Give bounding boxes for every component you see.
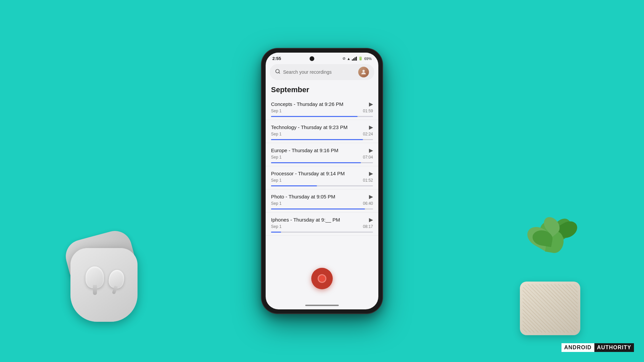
search-placeholder: Search your recordings bbox=[283, 69, 358, 75]
search-bar[interactable]: Search your recordings bbox=[270, 64, 374, 80]
record-dot bbox=[318, 274, 326, 283]
play-button[interactable]: ▶ bbox=[369, 101, 373, 107]
recording-header: Photo - Thursday at 9:05 PM ▶ bbox=[271, 193, 373, 200]
play-button[interactable]: ▶ bbox=[369, 170, 373, 177]
recording-meta: Sep 1 06:40 bbox=[271, 201, 373, 206]
recording-duration: 07:04 bbox=[363, 155, 373, 160]
progress-bar-fill bbox=[271, 162, 361, 163]
recording-duration: 08:17 bbox=[363, 224, 373, 229]
progress-bar-fill bbox=[271, 208, 365, 209]
recording-meta: Sep 1 01:59 bbox=[271, 109, 373, 113]
signal-bar-2 bbox=[353, 58, 354, 61]
recording-date: Sep 1 bbox=[271, 178, 281, 183]
camera-notch bbox=[310, 56, 314, 61]
signal-bar-1 bbox=[352, 59, 353, 61]
recording-item[interactable]: Technology - Thursday at 9:23 PM ▶ Sep 1… bbox=[266, 120, 378, 143]
watermark-android: ANDROID bbox=[561, 343, 594, 352]
recording-date: Sep 1 bbox=[271, 132, 281, 136]
recording-title: Iphones - Thursday at 9:__ PM bbox=[271, 217, 340, 223]
recording-title: Technology - Thursday at 9:23 PM bbox=[271, 124, 347, 130]
recording-date: Sep 1 bbox=[271, 224, 281, 229]
recording-meta: Sep 1 08:17 bbox=[271, 224, 373, 229]
plant-leaves bbox=[517, 215, 584, 282]
status-bar: 2:55 ⊘ ▲ 🔋 69% bbox=[266, 53, 378, 63]
recording-item[interactable]: Concepts - Thursday at 9:26 PM ▶ Sep 1 0… bbox=[266, 97, 378, 120]
recording-title: Photo - Thursday at 9:05 PM bbox=[271, 194, 335, 199]
earbud-left bbox=[86, 266, 104, 288]
progress-bar-fill bbox=[271, 139, 363, 140]
play-button[interactable]: ▶ bbox=[369, 147, 373, 154]
progress-bar-fill bbox=[271, 185, 317, 186]
home-indicator[interactable] bbox=[305, 305, 339, 306]
recording-date: Sep 1 bbox=[271, 201, 281, 206]
earbud-right bbox=[108, 269, 126, 290]
earbud-stem-left bbox=[93, 285, 97, 295]
play-button[interactable]: ▶ bbox=[369, 217, 373, 223]
record-button[interactable] bbox=[311, 268, 333, 289]
do-not-disturb-icon: ⊘ bbox=[342, 56, 345, 61]
progress-bar-container bbox=[271, 185, 373, 186]
recording-header: Technology - Thursday at 9:23 PM ▶ bbox=[271, 124, 373, 130]
signal-bar-3 bbox=[355, 57, 356, 61]
play-button[interactable]: ▶ bbox=[369, 124, 373, 130]
search-icon bbox=[275, 69, 280, 75]
recording-item[interactable]: Photo - Thursday at 9:05 PM ▶ Sep 1 06:4… bbox=[266, 189, 378, 213]
recording-item[interactable]: Processor - Thursday at 9:14 PM ▶ Sep 1 … bbox=[266, 166, 378, 189]
recording-date: Sep 1 bbox=[271, 109, 281, 113]
status-time: 2:55 bbox=[272, 56, 281, 61]
progress-bar-fill bbox=[271, 116, 358, 117]
recording-meta: Sep 1 02:24 bbox=[271, 132, 373, 136]
phone-screen: 2:55 ⊘ ▲ 🔋 69% bbox=[266, 53, 378, 309]
phone: 2:55 ⊘ ▲ 🔋 69% bbox=[262, 49, 382, 313]
case-body bbox=[70, 248, 138, 322]
progress-bar-container bbox=[271, 116, 373, 117]
wifi-icon: ▲ bbox=[347, 57, 351, 61]
progress-bar-fill bbox=[271, 232, 281, 233]
signal-bars bbox=[352, 57, 357, 61]
user-avatar[interactable] bbox=[358, 67, 369, 77]
earbuds-decoration bbox=[67, 235, 141, 322]
signal-bar-4 bbox=[356, 57, 357, 61]
battery-percentage: 69% bbox=[364, 57, 372, 61]
recording-title: Europe - Thursday at 9:16 PM bbox=[271, 147, 338, 153]
recordings-list: Concepts - Thursday at 9:26 PM ▶ Sep 1 0… bbox=[266, 97, 378, 236]
recording-duration: 06:40 bbox=[363, 201, 373, 206]
recording-duration: 01:59 bbox=[363, 109, 373, 113]
battery-icon: 🔋 bbox=[358, 56, 363, 61]
earbud-stem-right bbox=[112, 286, 118, 295]
recording-title: Concepts - Thursday at 9:26 PM bbox=[271, 101, 343, 107]
recording-header: Iphones - Thursday at 9:__ PM ▶ bbox=[271, 217, 373, 223]
recording-duration: 01:52 bbox=[363, 178, 373, 183]
progress-bar-container bbox=[271, 208, 373, 209]
recording-meta: Sep 1 07:04 bbox=[271, 155, 373, 160]
plant-decoration bbox=[517, 215, 584, 335]
play-button[interactable]: ▶ bbox=[369, 193, 373, 200]
watermark: ANDROID AUTHORITY bbox=[561, 343, 634, 352]
recording-header: Processor - Thursday at 9:14 PM ▶ bbox=[271, 170, 373, 177]
svg-point-2 bbox=[363, 70, 365, 72]
progress-bar-container bbox=[271, 162, 373, 163]
status-icons: ⊘ ▲ 🔋 69% bbox=[342, 56, 372, 61]
plant-pot bbox=[520, 282, 580, 335]
recording-title: Processor - Thursday at 9:14 PM bbox=[271, 171, 345, 176]
recording-item[interactable]: Iphones - Thursday at 9:__ PM ▶ Sep 1 08… bbox=[266, 213, 378, 236]
recording-header: Europe - Thursday at 9:16 PM ▶ bbox=[271, 147, 373, 154]
recording-meta: Sep 1 01:52 bbox=[271, 178, 373, 183]
recording-date: Sep 1 bbox=[271, 155, 281, 160]
recording-duration: 02:24 bbox=[363, 132, 373, 136]
progress-bar-container bbox=[271, 232, 373, 233]
watermark-authority: AUTHORITY bbox=[594, 343, 634, 352]
svg-line-1 bbox=[279, 72, 280, 73]
recording-item[interactable]: Europe - Thursday at 9:16 PM ▶ Sep 1 07:… bbox=[266, 143, 378, 166]
progress-bar-container bbox=[271, 139, 373, 140]
recording-header: Concepts - Thursday at 9:26 PM ▶ bbox=[271, 101, 373, 107]
month-header: September bbox=[266, 81, 378, 97]
